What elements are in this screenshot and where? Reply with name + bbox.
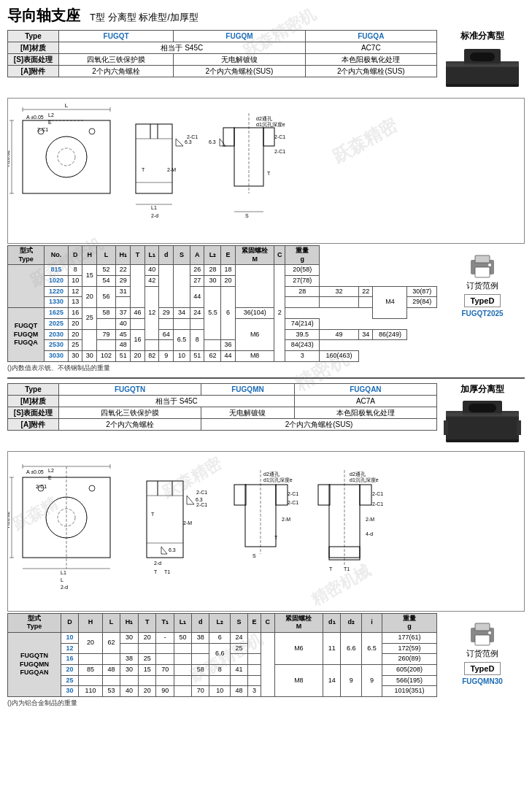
- title-text: 导向轴支座: [7, 7, 80, 23]
- svg-text:2-d: 2-d: [61, 585, 68, 590]
- c-cell: [261, 632, 275, 696]
- l2-cell: [204, 340, 221, 351]
- col-type-header: 型式Type: [8, 613, 61, 632]
- h1-cell: [120, 675, 139, 686]
- material-label: [M]材质: [8, 42, 59, 54]
- h1-cell: 51: [116, 350, 131, 361]
- svg-text:2-M: 2-M: [366, 517, 374, 522]
- acc-fugqa: 2个内六角螺栓(SUS): [305, 66, 436, 77]
- col-l1-header: L₁: [174, 613, 191, 632]
- h1-cell: 48: [116, 340, 131, 351]
- col-e-header: E: [248, 613, 261, 632]
- h-cell: 85: [79, 665, 102, 676]
- table-row: FUGQTN FUGQMN FUGQAN 10 20 62 30 20 - 50…: [8, 632, 437, 643]
- svg-point-7: [46, 136, 87, 177]
- svg-rect-112: [360, 485, 371, 505]
- weight-cell: 172(59): [382, 643, 437, 654]
- d-cell: 16: [68, 308, 82, 319]
- type-cell: FUGQTN FUGQMN FUGQAN: [8, 632, 61, 696]
- svg-rect-125: [475, 623, 490, 631]
- t-cell: [131, 265, 145, 308]
- d-sm-cell: 5.5: [204, 286, 221, 339]
- t1-cell: 70: [156, 665, 174, 676]
- thick-order-panel: 订货范例 TypeD FUGQMN30: [437, 613, 525, 698]
- col-d-header: D: [61, 613, 78, 632]
- standard-image-panel: 标准分离型: [437, 30, 525, 96]
- l-cell: 79: [97, 329, 116, 340]
- material-s45c: 相当于 S45C: [59, 42, 306, 54]
- svg-text:H±0.02: H±0.02: [8, 511, 10, 528]
- svg-rect-58: [446, 413, 519, 416]
- fugqtn-label: FUGQTN: [59, 383, 201, 395]
- table-row: [A]附件 2个内六角螺栓 2个内六角螺栓(SUS): [8, 418, 437, 430]
- standard-table-wrap: 型式Type No. D H L H₁ T L₁ d S A L₂: [7, 245, 437, 362]
- l1-cell: 42: [144, 276, 159, 287]
- col-m-header: 紧固螺栓M: [274, 613, 323, 632]
- e-cell: 22: [358, 286, 373, 297]
- t-cell: 25: [139, 654, 156, 665]
- t1-cell: 90: [156, 686, 174, 697]
- d-sm-cell: [192, 654, 209, 665]
- svg-text:2-C1: 2-C1: [37, 127, 48, 132]
- svg-point-126: [488, 631, 491, 634]
- l1-cell: [174, 665, 191, 676]
- material-ac7a: AC7A: [294, 395, 436, 407]
- a-cell: 27: [190, 276, 204, 287]
- col-h-header: H: [79, 613, 102, 632]
- c-cell-new: 3: [285, 350, 320, 361]
- s-cell: [230, 654, 247, 665]
- d-sm-cell: 9: [159, 350, 174, 361]
- order-label: 订货范例: [466, 280, 498, 291]
- svg-text:L: L: [65, 102, 69, 109]
- thick-image-panel: 加厚分离型: [437, 383, 525, 450]
- d-sm-cell: [192, 643, 209, 654]
- svg-text:L2: L2: [48, 112, 54, 118]
- table-row: 2530 25 48 36 84(243): [8, 340, 437, 351]
- h1-cell: 37: [116, 308, 131, 319]
- weight-cell: 36(104): [235, 308, 274, 319]
- h1-cell: [120, 643, 139, 654]
- svg-text:2-C1: 2-C1: [187, 134, 198, 139]
- svg-rect-38: [223, 128, 234, 146]
- table-row: 1220 12 20 56 31 12 44 5.5 6 28 32 22: [8, 286, 437, 297]
- standard-part-image: [442, 45, 523, 96]
- l2-cell: 49: [320, 329, 359, 340]
- h1-cell: 30: [120, 665, 139, 676]
- typed-button[interactable]: TypeD: [464, 294, 501, 307]
- h1-cell: 22: [116, 265, 131, 276]
- col-weight-header: 重量g: [382, 613, 437, 632]
- surface-fugqa: 本色阳极氧化处理: [305, 54, 436, 66]
- table-header-row: 型式Type No. D H L H₁ T L₁ d S A L₂: [8, 246, 437, 265]
- weight-cell: 74(214): [285, 318, 320, 329]
- l-cell: 62: [102, 632, 120, 653]
- table-row: Type FUGQTN FUGQMN FUGQAN: [8, 383, 437, 395]
- t-cell: [139, 675, 156, 686]
- h1-cell: 40: [116, 318, 131, 329]
- svg-point-10: [89, 128, 95, 134]
- l2-cell: 6: [209, 632, 230, 643]
- thick-section: Type FUGQTN FUGQMN FUGQAN [M]材质 相当于 S45C…: [7, 383, 525, 709]
- d-cell: 25: [61, 675, 78, 686]
- l1-cell: 46: [131, 308, 145, 319]
- typed-button-2[interactable]: TypeD: [464, 662, 501, 675]
- table-row: [M]材质 相当于 S45C AC7C: [8, 42, 437, 54]
- s-cell: 8: [190, 329, 204, 350]
- svg-text:d2通孔: d2通孔: [350, 472, 366, 477]
- e-cell: 44: [221, 350, 236, 361]
- d-cell: 20: [61, 665, 78, 676]
- thick-part-image: [442, 399, 523, 450]
- l2-cell: 34: [174, 308, 190, 319]
- h-cell: [79, 654, 102, 665]
- thick-type-label: 加厚分离型: [460, 383, 504, 396]
- col-c-header: C: [274, 246, 285, 265]
- a-cell: 39.5: [285, 329, 320, 340]
- h-cell: 20: [82, 286, 97, 307]
- svg-rect-51: [475, 267, 490, 277]
- e-cell: [248, 675, 261, 686]
- m-cell: [235, 265, 274, 308]
- fugqt-label: FUGQT: [59, 31, 174, 42]
- svg-text:2-C1: 2-C1: [372, 501, 383, 507]
- l-cell: [97, 318, 116, 329]
- standard-data-table: 型式Type No. D H L H₁ T L₁ d S A L₂: [7, 245, 437, 362]
- d1-cell: 14: [323, 665, 341, 697]
